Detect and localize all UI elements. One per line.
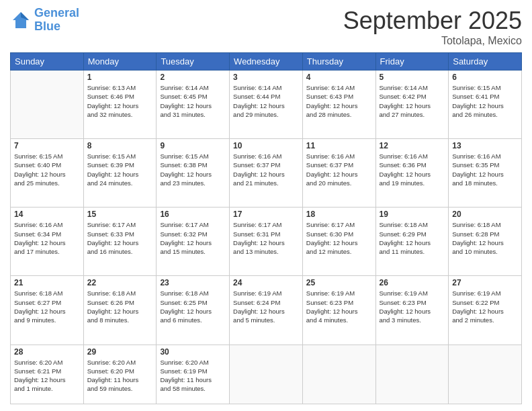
- table-row: 9Sunrise: 6:15 AM Sunset: 6:38 PM Daylig…: [157, 139, 230, 208]
- col-tuesday: Tuesday: [157, 53, 230, 71]
- table-row: 17Sunrise: 6:17 AM Sunset: 6:31 PM Dayli…: [230, 208, 303, 276]
- day-number: 11: [306, 141, 372, 150]
- day-number: 22: [87, 278, 153, 287]
- day-info: Sunrise: 6:17 AM Sunset: 6:31 PM Dayligh…: [233, 220, 299, 256]
- day-number: 26: [380, 278, 445, 287]
- day-info: Sunrise: 6:14 AM Sunset: 6:43 PM Dayligh…: [306, 83, 372, 119]
- col-saturday: Saturday: [449, 53, 522, 71]
- logo: General Blue: [10, 7, 79, 34]
- day-number: 8: [87, 141, 153, 150]
- day-number: 14: [14, 210, 80, 219]
- day-info: Sunrise: 6:15 AM Sunset: 6:39 PM Dayligh…: [87, 152, 153, 187]
- day-info: Sunrise: 6:16 AM Sunset: 6:35 PM Dayligh…: [452, 152, 518, 187]
- table-row: 19Sunrise: 6:18 AM Sunset: 6:29 PM Dayli…: [375, 208, 449, 276]
- day-number: 29: [87, 347, 153, 357]
- table-row: 23Sunrise: 6:18 AM Sunset: 6:25 PM Dayli…: [157, 276, 230, 345]
- table-row: [449, 345, 522, 404]
- table-row: 6Sunrise: 6:15 AM Sunset: 6:41 PM Daylig…: [449, 71, 522, 139]
- day-info: Sunrise: 6:14 AM Sunset: 6:42 PM Dayligh…: [380, 83, 445, 119]
- day-info: Sunrise: 6:16 AM Sunset: 6:37 PM Dayligh…: [233, 152, 299, 187]
- table-row: 1Sunrise: 6:13 AM Sunset: 6:46 PM Daylig…: [83, 71, 157, 139]
- day-number: 5: [380, 73, 445, 82]
- day-info: Sunrise: 6:13 AM Sunset: 6:46 PM Dayligh…: [87, 83, 153, 119]
- calendar-header-row: Sunday Monday Tuesday Wednesday Thursday…: [11, 53, 522, 71]
- table-row: 13Sunrise: 6:16 AM Sunset: 6:35 PM Dayli…: [449, 139, 522, 208]
- table-row: [11, 71, 84, 139]
- table-row: 28Sunrise: 6:20 AM Sunset: 6:21 PM Dayli…: [11, 345, 84, 404]
- table-row: 26Sunrise: 6:19 AM Sunset: 6:23 PM Dayli…: [375, 276, 449, 345]
- col-thursday: Thursday: [302, 53, 375, 71]
- day-info: Sunrise: 6:16 AM Sunset: 6:37 PM Dayligh…: [306, 152, 372, 187]
- day-info: Sunrise: 6:15 AM Sunset: 6:40 PM Dayligh…: [14, 152, 80, 187]
- day-info: Sunrise: 6:20 AM Sunset: 6:21 PM Dayligh…: [14, 358, 80, 394]
- day-info: Sunrise: 6:18 AM Sunset: 6:29 PM Dayligh…: [380, 220, 445, 256]
- day-info: Sunrise: 6:19 AM Sunset: 6:23 PM Dayligh…: [306, 289, 372, 324]
- table-row: 25Sunrise: 6:19 AM Sunset: 6:23 PM Dayli…: [302, 276, 375, 345]
- table-row: [302, 345, 375, 404]
- day-number: 30: [160, 347, 226, 357]
- day-info: Sunrise: 6:18 AM Sunset: 6:27 PM Dayligh…: [14, 289, 80, 324]
- day-info: Sunrise: 6:18 AM Sunset: 6:25 PM Dayligh…: [160, 289, 226, 324]
- day-info: Sunrise: 6:19 AM Sunset: 6:22 PM Dayligh…: [452, 289, 518, 324]
- table-row: 5Sunrise: 6:14 AM Sunset: 6:42 PM Daylig…: [375, 71, 449, 139]
- col-friday: Friday: [375, 53, 449, 71]
- day-info: Sunrise: 6:17 AM Sunset: 6:33 PM Dayligh…: [87, 220, 153, 256]
- day-info: Sunrise: 6:14 AM Sunset: 6:45 PM Dayligh…: [160, 83, 226, 119]
- table-row: 7Sunrise: 6:15 AM Sunset: 6:40 PM Daylig…: [11, 139, 84, 208]
- day-number: 1: [87, 73, 153, 82]
- location: Totolapa, Mexico: [343, 35, 522, 47]
- day-number: 23: [160, 278, 226, 287]
- day-number: 28: [14, 347, 80, 357]
- day-number: 3: [233, 73, 299, 82]
- logo-icon: [10, 9, 32, 31]
- table-row: 4Sunrise: 6:14 AM Sunset: 6:43 PM Daylig…: [302, 71, 375, 139]
- day-info: Sunrise: 6:20 AM Sunset: 6:20 PM Dayligh…: [87, 358, 153, 394]
- day-number: 27: [452, 278, 518, 287]
- table-row: 20Sunrise: 6:18 AM Sunset: 6:28 PM Dayli…: [449, 208, 522, 276]
- day-number: 21: [14, 278, 80, 287]
- day-number: 16: [160, 210, 226, 219]
- day-number: 12: [380, 141, 445, 150]
- day-info: Sunrise: 6:18 AM Sunset: 6:26 PM Dayligh…: [87, 289, 153, 324]
- table-row: 18Sunrise: 6:17 AM Sunset: 6:30 PM Dayli…: [302, 208, 375, 276]
- table-row: 24Sunrise: 6:19 AM Sunset: 6:24 PM Dayli…: [230, 276, 303, 345]
- day-number: 9: [160, 141, 226, 150]
- table-row: 16Sunrise: 6:17 AM Sunset: 6:32 PM Dayli…: [157, 208, 230, 276]
- table-row: [230, 345, 303, 404]
- table-row: 27Sunrise: 6:19 AM Sunset: 6:22 PM Dayli…: [449, 276, 522, 345]
- day-info: Sunrise: 6:18 AM Sunset: 6:28 PM Dayligh…: [452, 220, 518, 256]
- table-row: 21Sunrise: 6:18 AM Sunset: 6:27 PM Dayli…: [11, 276, 84, 345]
- table-row: 15Sunrise: 6:17 AM Sunset: 6:33 PM Dayli…: [83, 208, 157, 276]
- logo-text: General Blue: [34, 7, 79, 34]
- day-number: 20: [452, 210, 518, 219]
- day-number: 25: [306, 278, 372, 287]
- day-number: 6: [452, 73, 518, 82]
- col-monday: Monday: [83, 53, 157, 71]
- day-number: 17: [233, 210, 299, 219]
- table-row: 29Sunrise: 6:20 AM Sunset: 6:20 PM Dayli…: [83, 345, 157, 404]
- calendar-table: Sunday Monday Tuesday Wednesday Thursday…: [10, 52, 522, 404]
- table-row: 8Sunrise: 6:15 AM Sunset: 6:39 PM Daylig…: [83, 139, 157, 208]
- table-row: [375, 345, 449, 404]
- table-row: 3Sunrise: 6:14 AM Sunset: 6:44 PM Daylig…: [230, 71, 303, 139]
- day-number: 15: [87, 210, 153, 219]
- logo-general: General: [34, 6, 79, 19]
- day-info: Sunrise: 6:14 AM Sunset: 6:44 PM Dayligh…: [233, 83, 299, 119]
- page: General Blue September 2025 Totolapa, Me…: [0, 0, 532, 411]
- header: General Blue September 2025 Totolapa, Me…: [10, 7, 522, 47]
- day-info: Sunrise: 6:15 AM Sunset: 6:41 PM Dayligh…: [452, 83, 518, 119]
- day-info: Sunrise: 6:17 AM Sunset: 6:32 PM Dayligh…: [160, 220, 226, 256]
- table-row: 12Sunrise: 6:16 AM Sunset: 6:36 PM Dayli…: [375, 139, 449, 208]
- table-row: 30Sunrise: 6:20 AM Sunset: 6:19 PM Dayli…: [157, 345, 230, 404]
- day-info: Sunrise: 6:20 AM Sunset: 6:19 PM Dayligh…: [160, 358, 226, 394]
- title-block: September 2025 Totolapa, Mexico: [343, 7, 522, 47]
- day-number: 24: [233, 278, 299, 287]
- day-info: Sunrise: 6:19 AM Sunset: 6:23 PM Dayligh…: [380, 289, 445, 324]
- day-info: Sunrise: 6:19 AM Sunset: 6:24 PM Dayligh…: [233, 289, 299, 324]
- month-title: September 2025: [343, 7, 522, 35]
- day-number: 18: [306, 210, 372, 219]
- day-number: 4: [306, 73, 372, 82]
- day-number: 10: [233, 141, 299, 150]
- day-info: Sunrise: 6:16 AM Sunset: 6:34 PM Dayligh…: [14, 220, 80, 256]
- table-row: 11Sunrise: 6:16 AM Sunset: 6:37 PM Dayli…: [302, 139, 375, 208]
